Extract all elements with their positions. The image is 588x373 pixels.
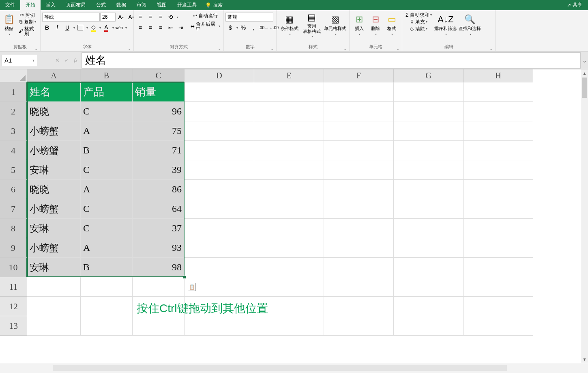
cell-H2[interactable] xyxy=(464,102,533,121)
cell-H12[interactable] xyxy=(464,297,533,316)
cell-C4[interactable]: 71 xyxy=(133,141,185,160)
cell-E9[interactable] xyxy=(254,238,324,258)
col-header-G[interactable]: G xyxy=(394,69,464,82)
cell-E13[interactable] xyxy=(254,316,324,336)
row-header-10[interactable]: 10 xyxy=(0,258,27,277)
cell-B2[interactable]: C xyxy=(81,102,133,121)
cell-B10[interactable]: B xyxy=(81,258,133,277)
col-header-F[interactable]: F xyxy=(324,69,394,82)
cell-styles-button[interactable]: ▧单元格样式▾ xyxy=(323,11,348,39)
percent-button[interactable]: % xyxy=(238,23,248,32)
cell-A9[interactable]: 小螃蟹 xyxy=(27,238,81,258)
cells-area[interactable]: 姓名产品销量晓晓C96小螃蟹A75小螃蟹B71安琳C39晓晓A86小螃蟹C64安… xyxy=(27,82,581,363)
tab-审阅[interactable]: 审阅 xyxy=(131,0,152,10)
scroll-down-arrow[interactable]: ▼ xyxy=(581,356,588,363)
cell-G10[interactable] xyxy=(394,258,464,277)
indent-increase-button[interactable]: ⇥ xyxy=(176,23,186,32)
cell-A7[interactable]: 小螃蟹 xyxy=(27,199,81,219)
name-box[interactable]: A1 ▾ xyxy=(2,55,37,66)
tab-公式[interactable]: 公式 xyxy=(91,0,111,10)
cell-D13[interactable] xyxy=(185,316,254,336)
cell-C1[interactable]: 销量 xyxy=(133,82,185,102)
vertical-scrollbar[interactable]: ▲ ▼ xyxy=(581,69,588,363)
bold-button[interactable]: B xyxy=(42,23,52,32)
cell-C13[interactable] xyxy=(133,316,185,336)
fill-color-button[interactable]: ◇ xyxy=(88,23,98,32)
cell-B9[interactable]: A xyxy=(81,238,133,258)
cell-G4[interactable] xyxy=(394,141,464,160)
cell-A3[interactable]: 小螃蟹 xyxy=(27,121,81,141)
cell-E3[interactable] xyxy=(254,121,324,141)
cell-G1[interactable] xyxy=(394,82,464,102)
cell-C7[interactable]: 64 xyxy=(133,199,185,219)
expand-formula-bar-button[interactable]: ⌄ xyxy=(581,56,588,64)
wrap-text-button[interactable]: ↩ 自动换行 xyxy=(189,13,222,19)
align-center-button[interactable]: ≡ xyxy=(146,23,155,32)
cell-B1[interactable]: 产品 xyxy=(81,82,133,102)
cell-G2[interactable] xyxy=(394,102,464,121)
cell-F1[interactable] xyxy=(324,82,394,102)
cell-F11[interactable] xyxy=(324,277,394,297)
row-header-2[interactable]: 2 xyxy=(0,102,27,121)
cell-G8[interactable] xyxy=(394,219,464,238)
cell-A8[interactable]: 安琳 xyxy=(27,219,81,238)
col-header-A[interactable]: A xyxy=(27,69,81,82)
cell-A13[interactable] xyxy=(27,316,81,336)
row-header-7[interactable]: 7 xyxy=(0,199,27,219)
selection-fill-handle[interactable] xyxy=(183,276,186,279)
row-header-11[interactable]: 11 xyxy=(0,277,27,297)
cell-H13[interactable] xyxy=(464,316,533,336)
cell-F6[interactable] xyxy=(324,180,394,199)
cell-A2[interactable]: 晓晓 xyxy=(27,102,81,121)
cell-G11[interactable] xyxy=(394,277,464,297)
tab-文件[interactable]: 文件 xyxy=(0,0,20,10)
accept-formula-button[interactable]: ✓ xyxy=(64,57,69,63)
cell-B11[interactable] xyxy=(81,277,133,297)
cell-E8[interactable] xyxy=(254,219,324,238)
italic-button[interactable]: I xyxy=(52,23,62,32)
cell-D9[interactable] xyxy=(185,238,254,258)
cell-G9[interactable] xyxy=(394,238,464,258)
cell-E10[interactable] xyxy=(254,258,324,277)
cell-C5[interactable]: 39 xyxy=(133,160,185,180)
delete-cells-button[interactable]: ⊟删除▾ xyxy=(367,11,384,39)
increase-decimal-button[interactable]: .00→ xyxy=(259,23,268,32)
cell-B8[interactable]: C xyxy=(81,219,133,238)
align-top-button[interactable]: ≡ xyxy=(135,13,145,22)
sort-filter-button[interactable]: A↓Z排序和筛选▾ xyxy=(433,11,458,39)
row-header-4[interactable]: 4 xyxy=(0,141,27,160)
copy-button[interactable]: ⧉ 复制▾ xyxy=(17,19,39,25)
row-header-8[interactable]: 8 xyxy=(0,219,27,238)
cell-E2[interactable] xyxy=(254,102,324,121)
align-left-button[interactable]: ≡ xyxy=(135,23,145,32)
cell-D8[interactable] xyxy=(185,219,254,238)
col-header-B[interactable]: B xyxy=(81,69,133,82)
format-cells-button[interactable]: ▭格式▾ xyxy=(384,11,400,39)
find-select-button[interactable]: 🔍查找和选择▾ xyxy=(458,11,482,39)
font-name-combo[interactable] xyxy=(42,13,100,22)
tab-开发工具[interactable]: 开发工具 xyxy=(172,0,202,10)
cell-D2[interactable] xyxy=(185,102,254,121)
cell-C10[interactable]: 98 xyxy=(133,258,185,277)
font-color-button[interactable]: A xyxy=(101,23,111,32)
autosum-button[interactable]: Σ 自动求和▾ xyxy=(404,12,433,18)
cell-D10[interactable] xyxy=(185,258,254,277)
table-format-button[interactable]: ▤套用 表格格式▾ xyxy=(300,11,323,39)
cell-D5[interactable] xyxy=(185,160,254,180)
cell-C3[interactable]: 75 xyxy=(133,121,185,141)
row-header-1[interactable]: 1 xyxy=(0,82,27,102)
cell-C11[interactable] xyxy=(133,277,185,297)
cell-F5[interactable] xyxy=(324,160,394,180)
align-bottom-button[interactable]: ≡ xyxy=(156,13,165,22)
cell-H3[interactable] xyxy=(464,121,533,141)
cut-button[interactable]: ✂ 剪切 xyxy=(17,12,39,18)
merge-center-button[interactable]: ⬌ 合并后居中▾ xyxy=(189,21,222,32)
cell-G3[interactable] xyxy=(394,121,464,141)
cell-F4[interactable] xyxy=(324,141,394,160)
cell-H9[interactable] xyxy=(464,238,533,258)
cell-D7[interactable] xyxy=(185,199,254,219)
indent-decrease-button[interactable]: ⇤ xyxy=(166,23,176,32)
cell-A5[interactable]: 安琳 xyxy=(27,160,81,180)
cell-H7[interactable] xyxy=(464,199,533,219)
tab-视图[interactable]: 视图 xyxy=(152,0,172,10)
